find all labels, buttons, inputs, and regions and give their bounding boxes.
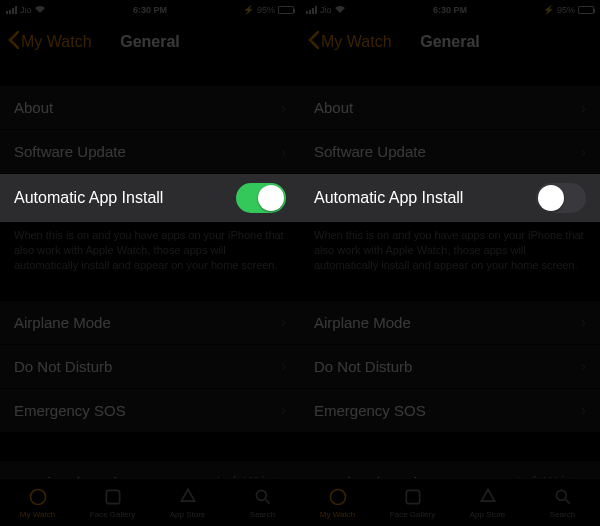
settings-list: About › Software Update › Automatic App …	[0, 64, 300, 478]
svg-point-4	[330, 490, 345, 505]
battery-icon	[578, 6, 594, 14]
tab-face-gallery[interactable]: Face Gallery	[75, 486, 150, 519]
right-panel: Jio 6:30 PM ⚡ 95% My Watch General	[300, 0, 600, 526]
chevron-right-icon: ›	[581, 314, 586, 330]
svg-point-6	[556, 490, 566, 500]
app-store-icon	[177, 486, 199, 508]
row-software-update[interactable]: Software Update ›	[0, 130, 300, 174]
chevron-left-icon	[308, 31, 319, 53]
bluetooth-icon: ⚡	[243, 5, 254, 15]
signal-icon	[306, 6, 317, 14]
tab-app-store[interactable]: App Store	[450, 486, 525, 519]
chevron-left-icon	[8, 31, 19, 53]
row-do-not-disturb[interactable]: Do Not Disturb ›	[300, 345, 600, 389]
status-bar: Jio 6:30 PM ⚡ 95%	[300, 0, 600, 20]
back-button[interactable]: My Watch	[308, 31, 392, 53]
chevron-right-icon: ›	[281, 474, 286, 478]
page-title: General	[420, 33, 480, 51]
battery-pct: 95%	[557, 5, 575, 15]
face-gallery-icon	[402, 486, 424, 508]
orientation-value: Left Wrist	[516, 474, 575, 478]
battery-pct: 95%	[257, 5, 275, 15]
tab-search[interactable]: Search	[525, 486, 600, 519]
nav-bar: My Watch General	[0, 20, 300, 64]
left-panel: Jio 6:30 PM ⚡ 95% My Watch General	[0, 0, 300, 526]
row-emergency-sos[interactable]: Emergency SOS ›	[0, 389, 300, 433]
watch-icon	[27, 486, 49, 508]
svg-line-3	[265, 500, 269, 504]
row-airplane-mode[interactable]: Airplane Mode ›	[300, 301, 600, 345]
back-label: My Watch	[321, 33, 392, 51]
signal-icon	[6, 6, 17, 14]
chevron-right-icon: ›	[581, 358, 586, 374]
row-emergency-sos[interactable]: Emergency SOS ›	[300, 389, 600, 433]
svg-point-0	[30, 490, 45, 505]
face-gallery-icon	[102, 486, 124, 508]
row-airplane-mode[interactable]: Airplane Mode ›	[0, 301, 300, 345]
row-about[interactable]: About ›	[0, 86, 300, 130]
row-automatic-app-install[interactable]: Automatic App Install	[0, 174, 300, 222]
svg-rect-5	[406, 490, 419, 503]
chevron-right-icon: ›	[281, 402, 286, 418]
orientation-value: Left Wrist	[216, 474, 275, 478]
tab-bar: My Watch Face Gallery App Store Search	[0, 478, 300, 526]
chevron-right-icon: ›	[281, 100, 286, 116]
nav-bar: My Watch General	[300, 20, 600, 64]
status-time: 6:30 PM	[133, 5, 167, 15]
back-button[interactable]: My Watch	[8, 31, 92, 53]
tab-search[interactable]: Search	[225, 486, 300, 519]
watch-icon	[327, 486, 349, 508]
status-bar: Jio 6:30 PM ⚡ 95%	[0, 0, 300, 20]
chevron-right-icon: ›	[281, 314, 286, 330]
auto-install-footer: When this is on and you have apps on you…	[0, 222, 300, 273]
tab-my-watch[interactable]: My Watch	[300, 486, 375, 519]
row-do-not-disturb[interactable]: Do Not Disturb ›	[0, 345, 300, 389]
tab-face-gallery[interactable]: Face Gallery	[375, 486, 450, 519]
carrier-label: Jio	[20, 5, 32, 15]
wifi-icon	[35, 5, 45, 15]
chevron-right-icon: ›	[581, 100, 586, 116]
auto-install-footer: When this is on and you have apps on you…	[300, 222, 600, 273]
chevron-right-icon: ›	[281, 144, 286, 160]
app-store-icon	[477, 486, 499, 508]
tab-bar: My Watch Face Gallery App Store Search	[300, 478, 600, 526]
search-icon	[252, 486, 274, 508]
automatic-install-toggle[interactable]	[536, 183, 586, 213]
svg-line-7	[565, 500, 569, 504]
chevron-right-icon: ›	[281, 358, 286, 374]
row-watch-orientation[interactable]: Watch Orientation Left Wrist ›	[300, 461, 600, 478]
tab-my-watch[interactable]: My Watch	[0, 486, 75, 519]
automatic-install-toggle[interactable]	[236, 183, 286, 213]
svg-point-2	[256, 490, 266, 500]
bluetooth-icon: ⚡	[543, 5, 554, 15]
chevron-right-icon: ›	[581, 474, 586, 478]
row-about[interactable]: About ›	[300, 86, 600, 130]
svg-rect-1	[106, 490, 119, 503]
status-time: 6:30 PM	[433, 5, 467, 15]
search-icon	[552, 486, 574, 508]
wifi-icon	[335, 5, 345, 15]
back-label: My Watch	[21, 33, 92, 51]
row-automatic-app-install[interactable]: Automatic App Install	[300, 174, 600, 222]
carrier-label: Jio	[320, 5, 332, 15]
page-title: General	[120, 33, 180, 51]
chevron-right-icon: ›	[581, 144, 586, 160]
chevron-right-icon: ›	[581, 402, 586, 418]
settings-list: About › Software Update › Automatic App …	[300, 64, 600, 478]
row-watch-orientation[interactable]: Watch Orientation Left Wrist ›	[0, 461, 300, 478]
tab-app-store[interactable]: App Store	[150, 486, 225, 519]
row-software-update[interactable]: Software Update ›	[300, 130, 600, 174]
battery-icon	[278, 6, 294, 14]
